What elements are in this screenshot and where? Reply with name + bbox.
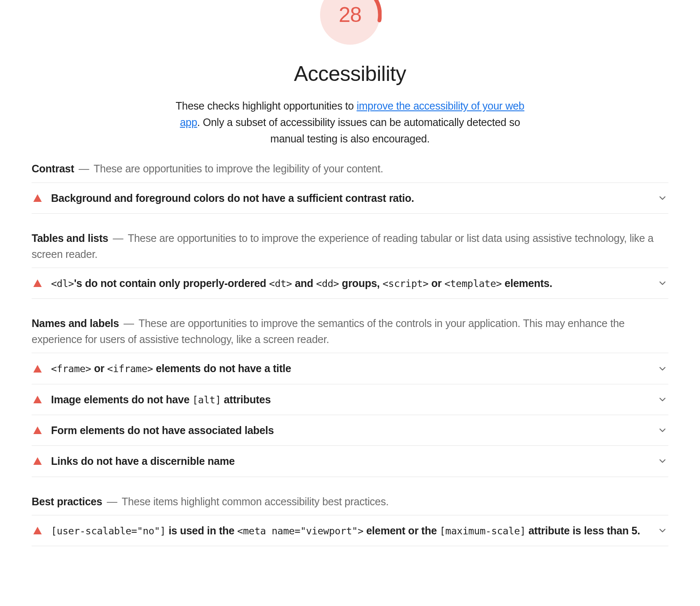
svg-marker-5 xyxy=(33,396,42,403)
svg-marker-4 xyxy=(33,365,42,373)
audit-title: [user-scalable="no"] is used in the <met… xyxy=(51,523,649,538)
svg-marker-6 xyxy=(33,426,42,434)
audit-title: <dl>'s do not contain only properly-orde… xyxy=(51,276,649,291)
group-title: Contrast xyxy=(32,163,74,174)
audit-title: <frame> or <iframe> elements do not have… xyxy=(51,361,649,376)
audit-title: Background and foreground colors do not … xyxy=(51,190,649,206)
score-gauge-container: 28 xyxy=(32,0,668,46)
page-title: Accessibility xyxy=(32,59,668,88)
group-header: Contrast — These are opportunities to im… xyxy=(32,161,668,177)
group-header: Tables and lists — These are opportuniti… xyxy=(32,231,668,262)
audit-row[interactable]: <dl>'s do not contain only properly-orde… xyxy=(32,268,668,299)
audit-row[interactable]: <frame> or <iframe> elements do not have… xyxy=(32,353,668,384)
group-title: Names and labels xyxy=(32,317,119,329)
chevron-down-icon xyxy=(658,194,667,202)
audit-title: Image elements do not have [alt] attribu… xyxy=(51,392,649,407)
group-title: Tables and lists xyxy=(32,232,108,244)
group-header: Best practices — These items highlight c… xyxy=(32,494,668,510)
audit-row[interactable]: [user-scalable="no"] is used in the <met… xyxy=(32,515,668,546)
dash-separator: — xyxy=(102,496,121,507)
warning-triangle-icon xyxy=(33,194,42,202)
score-value: 28 xyxy=(318,0,382,46)
dash-separator: — xyxy=(119,317,138,329)
chevron-down-icon xyxy=(658,457,667,465)
audit-row[interactable]: Background and foreground colors do not … xyxy=(32,182,668,214)
group-description: These are opportunities to improve the l… xyxy=(94,163,383,174)
warning-triangle-icon xyxy=(33,279,42,287)
warning-triangle-icon xyxy=(33,426,42,434)
chevron-down-icon xyxy=(658,279,667,287)
chevron-down-icon xyxy=(658,426,667,434)
chevron-down-icon xyxy=(658,395,667,404)
warning-triangle-icon xyxy=(33,365,42,373)
audit-title: Links do not have a discernible name xyxy=(51,453,649,469)
audit-row[interactable]: Image elements do not have [alt] attribu… xyxy=(32,384,668,415)
svg-marker-3 xyxy=(33,279,42,287)
audit-title: Form elements do not have associated lab… xyxy=(51,423,649,438)
audit-row[interactable]: Links do not have a discernible name xyxy=(32,445,668,477)
audit-row[interactable]: Form elements do not have associated lab… xyxy=(32,415,668,446)
group-header: Names and labels — These are opportuniti… xyxy=(32,316,668,347)
warning-triangle-icon xyxy=(33,527,42,534)
subhead-suffix: . Only a subset of accessibility issues … xyxy=(197,116,520,145)
svg-marker-8 xyxy=(33,527,42,534)
chevron-down-icon xyxy=(658,526,667,535)
dash-separator: — xyxy=(108,232,128,244)
dash-separator: — xyxy=(74,163,94,174)
warning-triangle-icon xyxy=(33,396,42,403)
group-description: These items highlight common accessibili… xyxy=(122,496,389,507)
svg-marker-2 xyxy=(33,194,42,202)
group-title: Best practices xyxy=(32,496,102,507)
subhead-prefix: These checks highlight opportunities to xyxy=(175,100,356,112)
score-gauge: 28 xyxy=(318,0,382,46)
svg-marker-7 xyxy=(33,457,42,465)
warning-triangle-icon xyxy=(33,457,42,465)
chevron-down-icon xyxy=(658,365,667,373)
page-subhead: These checks highlight opportunities to … xyxy=(169,98,531,147)
